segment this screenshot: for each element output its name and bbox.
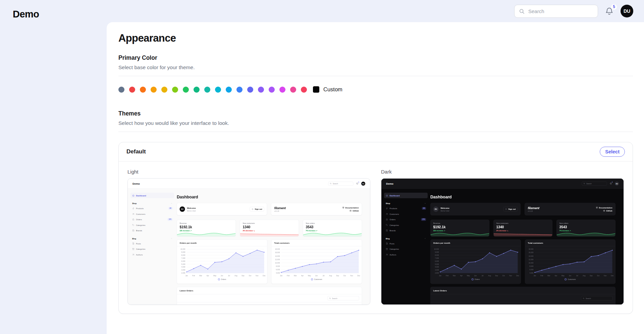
sidebar-item-label: Dashboard: [390, 194, 400, 196]
home-icon: [132, 194, 135, 197]
mini-filament-card: filament v3.0.25 Documentation GitHub: [525, 203, 615, 216]
table-column-total-price: Total price: [557, 304, 580, 305]
svg-text:May: May: [467, 275, 470, 277]
color-swatch-fuchsia[interactable]: [279, 87, 285, 93]
svg-text:Feb: Feb: [540, 275, 543, 277]
svg-text:Jun: Jun: [221, 275, 223, 277]
svg-text:Jun: Jun: [474, 275, 477, 277]
sidebar-group-header-blog[interactable]: Blog: [386, 236, 426, 241]
search-icon: [519, 8, 525, 14]
sidebar-item-categories[interactable]: Categories: [384, 222, 428, 228]
mini-global-search: [328, 182, 354, 186]
svg-text:Jan: Jan: [280, 275, 283, 277]
user-avatar[interactable]: DU: [621, 5, 633, 17]
dark-theme-preview[interactable]: Demo 5 DU DashboardShopProducts24Custome…: [381, 178, 624, 305]
tag-icon: [132, 224, 135, 226]
color-swatch-violet[interactable]: [258, 87, 264, 93]
themes-section: Themes Select how you would like your in…: [118, 110, 633, 314]
svg-text:5,000: 5,000: [181, 264, 185, 265]
color-swatch-custom[interactable]: [313, 86, 319, 93]
color-swatch-cyan[interactable]: [215, 87, 221, 93]
sidebar-item-categories[interactable]: Categories: [130, 246, 174, 252]
color-swatch-red[interactable]: [129, 87, 135, 93]
color-swatch-emerald[interactable]: [194, 87, 200, 93]
svg-text:8,000: 8,000: [435, 254, 439, 256]
svg-text:Oct: Oct: [502, 275, 505, 277]
color-swatch-sky[interactable]: [226, 87, 232, 93]
sidebar-item-label: Authors: [136, 253, 143, 255]
svg-text:Aug: Aug: [329, 275, 332, 277]
search-input[interactable]: [528, 8, 594, 14]
table-column-total-price: Total price: [304, 304, 326, 305]
sidebar-item-posts[interactable]: Posts: [384, 241, 428, 246]
chevron-up-icon: [171, 203, 172, 204]
sidebar-item-products[interactable]: Products24: [130, 206, 174, 211]
filament-version: v3.0.25: [274, 210, 286, 212]
color-swatch-yellow[interactable]: [161, 87, 167, 93]
color-swatch-slate[interactable]: [118, 87, 124, 93]
color-swatch-amber[interactable]: [151, 87, 157, 93]
filament-logo: filament: [274, 206, 286, 210]
color-swatch-teal[interactable]: [204, 87, 210, 93]
sidebar-item-orders[interactable]: Orders174: [384, 217, 428, 223]
mini-user-avatar: DU: [361, 182, 365, 186]
sidebar-item-customers[interactable]: Customers: [130, 211, 174, 217]
sidebar-item-label: Categories: [390, 224, 399, 226]
mini-github-link: GitHub: [350, 210, 359, 212]
svg-text:Jan: Jan: [534, 275, 536, 277]
color-swatch-lime[interactable]: [172, 87, 178, 93]
count-badge: 24: [422, 207, 426, 210]
sidebar-item-categories[interactable]: Categories: [130, 222, 174, 228]
svg-text:May: May: [213, 275, 217, 277]
table-column-status: Status: [260, 304, 279, 305]
brand-logo[interactable]: Demo: [13, 9, 93, 20]
color-swatch-rose[interactable]: [301, 87, 307, 93]
svg-text:Dec: Dec: [263, 275, 266, 277]
sort-icon: [486, 304, 488, 305]
search-icon: [583, 297, 585, 299]
sidebar-item-orders[interactable]: Orders174: [130, 217, 174, 223]
svg-text:9,000: 9,000: [181, 251, 185, 253]
sidebar-group-header-shop[interactable]: Shop: [386, 201, 426, 206]
sidebar-group-header-blog[interactable]: Blog: [132, 236, 172, 241]
svg-text:10,000: 10,000: [180, 248, 185, 250]
notifications-button[interactable]: 5: [605, 7, 614, 16]
select-theme-button[interactable]: Select: [600, 147, 625, 157]
customers-sparkline: [240, 232, 299, 237]
mini-table-search-input: [586, 297, 611, 299]
mini-brand-logo: Demo: [386, 182, 393, 185]
color-swatch-pink[interactable]: [290, 87, 296, 93]
sidebar-item-authors[interactable]: Authors: [384, 252, 428, 257]
color-swatch-blue[interactable]: [236, 87, 243, 93]
sort-icon: [465, 304, 467, 305]
color-swatch-purple[interactable]: [269, 87, 275, 93]
sidebar-item-brands[interactable]: Brands: [384, 228, 428, 234]
notification-count-badge: 5: [611, 4, 617, 10]
orders-sparkline: [557, 232, 615, 237]
sidebar-item-products[interactable]: Products24: [384, 206, 428, 211]
svg-text:Jun: Jun: [315, 275, 318, 277]
color-swatch-orange[interactable]: [140, 87, 146, 93]
sidebar-item-customers[interactable]: Customers: [384, 211, 428, 217]
mini-stat-new-orders: New orders 3543 7% increase ↗: [303, 220, 362, 237]
sidebar-group-header-shop[interactable]: Shop: [132, 201, 172, 206]
count-badge: 174: [167, 218, 172, 221]
sidebar-item-categories[interactable]: Categories: [384, 246, 428, 252]
light-theme-preview[interactable]: Demo 5 DU DashboardShopProducts24Custome…: [127, 178, 370, 305]
sidebar-item-authors[interactable]: Authors: [130, 252, 174, 257]
global-search[interactable]: [514, 5, 598, 18]
color-swatch-indigo[interactable]: [247, 87, 253, 93]
chevron-up-icon: [424, 238, 426, 239]
color-swatch-green[interactable]: [183, 87, 189, 93]
mini-global-search: [582, 182, 607, 186]
search-icon: [583, 183, 585, 185]
color-swatch-row: Custom: [118, 86, 633, 93]
mini-user-avatar: DU: [615, 182, 619, 186]
mini-brand-logo: Demo: [132, 182, 140, 185]
sidebar-item-posts[interactable]: Posts: [130, 241, 174, 246]
sidebar-item-dashboard[interactable]: Dashboard: [130, 193, 174, 198]
svg-text:Oct: Oct: [343, 275, 346, 277]
sidebar-item-brands[interactable]: Brands: [130, 228, 174, 234]
divider: [118, 76, 633, 76]
sidebar-item-dashboard[interactable]: Dashboard: [384, 193, 428, 198]
